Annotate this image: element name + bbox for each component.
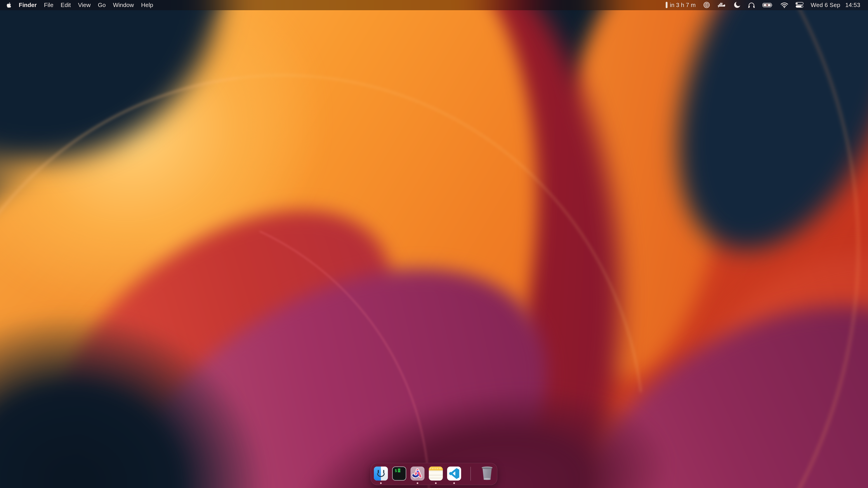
menu-edit[interactable]: Edit (61, 2, 71, 8)
status-timer[interactable]: in 3 h 7 m (666, 2, 695, 8)
dock-item-notes[interactable] (429, 463, 443, 485)
menu-bar-status: in 3 h 7 m (666, 1, 860, 9)
status-focus[interactable] (733, 1, 741, 8)
finder-eye (378, 470, 379, 473)
running-indicator (454, 482, 455, 484)
terminal-icon: $ (392, 466, 406, 481)
one-password-icon (703, 1, 710, 8)
status-one-password[interactable] (703, 1, 710, 8)
menu-view[interactable]: View (78, 2, 91, 8)
vscode-icon (447, 466, 461, 481)
arc-logo (410, 466, 425, 481)
menu-go[interactable]: Go (98, 2, 106, 8)
timer-bar-icon (666, 2, 668, 8)
finder-eye (383, 470, 384, 473)
notes-icon (429, 466, 443, 481)
wallpaper-ventura (0, 0, 868, 488)
dock-item-trash[interactable] (480, 463, 494, 485)
dock-item-terminal[interactable]: $ (392, 463, 406, 485)
running-indicator (417, 482, 418, 484)
menu-bar-left: Finder File Edit View Go Window Help (6, 2, 153, 8)
dock-item-arc[interactable] (410, 463, 425, 485)
status-headphones[interactable] (748, 1, 755, 9)
running-indicator (435, 482, 437, 484)
trash-glint (484, 478, 491, 480)
trash-rim (482, 466, 493, 469)
terminal-prompt: $ (395, 468, 397, 473)
notes-paper (429, 470, 443, 481)
menu-finder[interactable]: Finder (19, 2, 37, 8)
dock-item-finder[interactable] (374, 463, 388, 485)
battery-charging-icon (763, 2, 773, 8)
menu-window[interactable]: Window (113, 2, 134, 8)
menu-bar-clock[interactable]: Wed 6 Sep 14:53 (811, 2, 860, 8)
running-indicator (380, 482, 382, 484)
status-control-center[interactable] (796, 2, 804, 8)
trash-icon (480, 466, 494, 481)
menu-help[interactable]: Help (141, 2, 153, 8)
arc-browser-icon (410, 466, 425, 481)
status-wifi[interactable] (780, 2, 788, 8)
clock-time: 14:53 (845, 2, 860, 8)
terminal-prompt-row: $ (395, 468, 400, 473)
dock-separator (470, 467, 471, 481)
finder-icon (374, 466, 388, 481)
desktop: Finder File Edit View Go Window Help in … (0, 0, 868, 488)
dock-panel: $ (371, 463, 497, 485)
headphones-icon (748, 1, 755, 9)
menu-bar: Finder File Edit View Go Window Help in … (0, 0, 868, 10)
docker-icon (717, 2, 726, 8)
control-center-icon (796, 2, 804, 8)
clock-date: Wed 6 Sep (811, 2, 840, 8)
status-battery[interactable] (763, 2, 773, 8)
wifi-icon (780, 2, 788, 8)
apple-menu[interactable] (6, 2, 11, 8)
status-docker[interactable] (717, 2, 726, 8)
apple-logo-icon (6, 2, 11, 8)
dock-item-vscode[interactable] (447, 463, 461, 485)
notes-binding-ticks (430, 468, 441, 469)
menu-file[interactable]: File (44, 2, 53, 8)
focus-moon-icon (733, 1, 741, 8)
dock: $ (0, 463, 868, 485)
vscode-logo (447, 466, 461, 481)
terminal-cursor (398, 468, 400, 473)
timer-label: in 3 h 7 m (670, 2, 695, 8)
